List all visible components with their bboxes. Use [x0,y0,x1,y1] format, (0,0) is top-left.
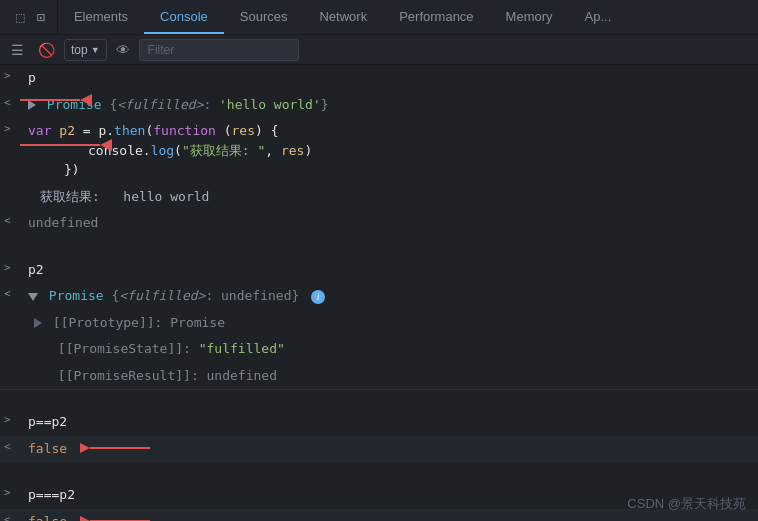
console-line [0,389,758,409]
line-prefix-icon: > [4,67,24,82]
line-text: Promise {<fulfilled>: 'hello world'} [24,94,758,116]
console-line [0,462,758,482]
console-line: [[PromiseResult]]: undefined [0,363,758,390]
console-line: [[PromiseState]]: "fulfilled" [0,336,758,363]
devtools-container: ⬚ ⊡ Elements Console Sources Network Per… [0,0,758,521]
console-line: 获取结果: hello world [0,184,758,211]
device-icon[interactable]: ⊡ [32,7,48,27]
line-prefix-icon: > [4,259,24,274]
tabs-bar: ⬚ ⊡ Elements Console Sources Network Per… [0,0,758,35]
console-line: [[Prototype]]: Promise [0,310,758,337]
sidebar-toggle-button[interactable]: ☰ [6,40,29,60]
line-prefix-icon: < [4,212,24,227]
clear-console-button[interactable]: 🚫 [33,40,60,60]
console-output: > p < Promise {<fulfilled>: 'hello world… [0,65,758,521]
devtools-icons: ⬚ ⊡ [4,0,58,34]
tab-elements[interactable]: Elements [58,0,144,34]
console-line: > var p2 = p.then(function (res) { conso… [0,118,758,184]
line-prefix-icon: > [4,120,24,135]
line-prefix-icon: < [4,511,24,522]
expand-icon[interactable] [28,100,36,110]
line-prefix-icon: < [4,94,24,109]
console-line: < undefined [0,210,758,237]
line-prefix-icon: > [4,411,24,426]
collapse-icon[interactable] [28,293,38,301]
line-text: [[Prototype]]: Promise [30,312,758,334]
red-arrow-annotation [80,507,150,522]
line-text: p==p2 [24,411,758,433]
red-arrow-annotation [80,434,150,462]
console-line: < Promise {<fulfilled>: 'hello world'} [0,92,758,119]
console-line: > p==p2 [0,409,758,436]
expand-icon[interactable] [34,318,42,328]
tab-list: Elements Console Sources Network Perform… [58,0,627,34]
line-text: p [24,67,758,89]
eye-icon-button[interactable]: 👁 [111,40,135,60]
context-dropdown[interactable]: top ▼ [64,39,107,61]
console-line: < false [0,436,758,463]
tab-performance[interactable]: Performance [383,0,489,34]
line-text: undefined [24,212,758,234]
tab-memory[interactable]: Memory [490,0,569,34]
tab-network[interactable]: Network [303,0,383,34]
line-prefix-icon: < [4,438,24,453]
filter-input[interactable] [139,39,299,61]
console-line: < Promise {<fulfilled>: undefined} i [0,283,758,310]
console-toolbar: ☰ 🚫 top ▼ 👁 [0,35,758,65]
line-text: var p2 = p.then(function (res) { console… [24,120,758,181]
console-line: > p2 [0,257,758,284]
console-line [0,237,758,257]
line-prefix-icon: > [4,484,24,499]
line-text: [[PromiseResult]]: undefined [30,365,758,387]
tab-console[interactable]: Console [144,0,224,34]
line-text: [[PromiseState]]: "fulfilled" [30,338,758,360]
line-prefix-icon: < [4,285,24,300]
info-icon[interactable]: i [311,290,325,304]
line-prefix-icon [4,186,24,188]
tab-sources[interactable]: Sources [224,0,304,34]
line-text: 获取结果: hello world [24,186,758,208]
inspect-icon[interactable]: ⬚ [12,7,28,27]
line-text: Promise {<fulfilled>: undefined} i [24,285,758,307]
tab-application[interactable]: Ap... [569,0,628,34]
dropdown-arrow-icon: ▼ [91,45,100,55]
watermark: CSDN @景天科技苑 [627,495,746,513]
console-line: > p [0,65,758,92]
line-text: p2 [24,259,758,281]
